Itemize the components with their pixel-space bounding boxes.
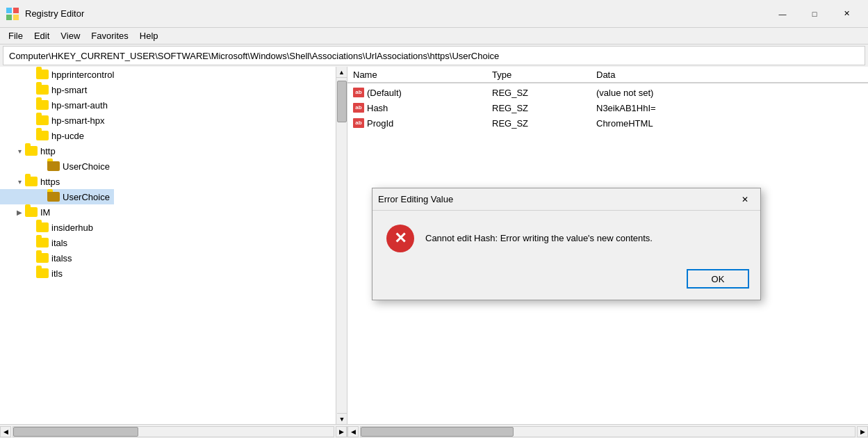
dialog-close-button[interactable]: ✕ [735, 191, 755, 208]
dialog-body: ✕ Cannot edit Hash: Error writing the va… [372, 211, 760, 263]
dialog-title: Error Editing Value [378, 194, 735, 204]
dialog-title-bar: Error Editing Value ✕ [372, 188, 760, 211]
dialog-message: Cannot edit Hash: Error writing the valu… [425, 232, 746, 245]
dialog-footer: OK [372, 263, 760, 300]
error-icon: ✕ [386, 225, 414, 252]
modal-overlay: Error Editing Value ✕ ✕ Cannot edit Hash… [0, 0, 868, 438]
ok-button[interactable]: OK [687, 269, 749, 289]
error-dialog: Error Editing Value ✕ ✕ Cannot edit Hash… [372, 188, 761, 300]
